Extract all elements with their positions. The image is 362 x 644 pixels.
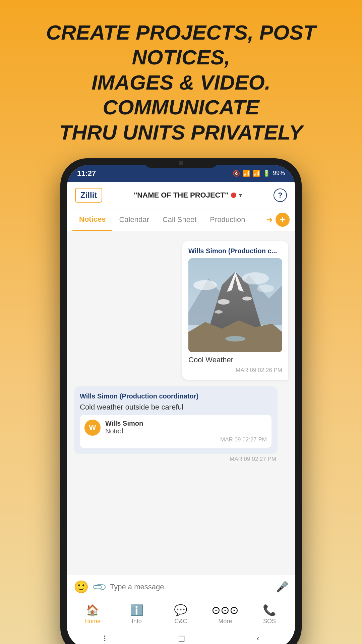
cc-icon: 💬 <box>174 604 187 616</box>
chat-area: Wills Simon (Production c... <box>67 231 295 575</box>
phone-screen: 11:27 🔇 📶 📶 🔋 99% Zillit "NAME OF THE PR… <box>67 165 295 644</box>
message-bubble-left: Wills Simon (Production coordinator) Col… <box>74 386 278 454</box>
headline-line2: IMAGES & VIDEO. COMMUNICATE <box>92 71 270 119</box>
tab-calendar[interactable]: Calendar <box>112 209 156 230</box>
svg-point-6 <box>215 310 223 314</box>
reply-text: Noted <box>105 427 267 435</box>
svg-point-11 <box>193 280 217 290</box>
signal-icon: 📶 <box>253 170 260 177</box>
headline: CREATE PROJECTS, POST NOTICES, IMAGES & … <box>0 0 362 158</box>
headline-line3: THRU UNITS PRIVATELY <box>59 121 303 144</box>
headline-line1: CREATE PROJECTS, POST NOTICES, <box>46 21 316 69</box>
sos-icon: 📞 <box>263 604 276 616</box>
emoji-button[interactable]: 🙂 <box>74 580 89 594</box>
battery-pct: 99% <box>273 170 285 177</box>
status-time: 11:27 <box>77 169 96 178</box>
message-sender: Wills Simon (Production c... <box>188 247 282 255</box>
reply-time: MAR 09 02:27 PM <box>105 436 267 443</box>
phone-notch <box>144 158 218 168</box>
status-icons: 🔇 📶 📶 🔋 99% <box>233 170 285 177</box>
nav-home[interactable]: 🏠 Home <box>79 604 106 625</box>
message-image <box>188 258 282 352</box>
more-icon: ⊙⊙⊙ <box>212 604 239 616</box>
android-nav-bar: ⫶ ◻ ‹ <box>67 628 295 644</box>
project-name-area[interactable]: "NAME OF THE PROJECT" ▾ <box>102 191 274 200</box>
dropdown-arrow-icon[interactable]: ▾ <box>239 192 242 199</box>
reply-content: Wills Simon Noted MAR 09 02:27 PM <box>105 420 267 443</box>
nav-tabs: Notices Calendar Call Sheet Production ➜… <box>67 209 295 231</box>
reply-bubble: W Wills Simon Noted MAR 09 02:27 PM <box>80 415 272 448</box>
android-menu-button[interactable]: ⫶ <box>103 633 107 643</box>
help-button[interactable]: ? <box>274 189 287 202</box>
project-name: "NAME OF THE PROJECT" <box>134 191 228 200</box>
phone-frame: 11:27 🔇 📶 📶 🔋 99% Zillit "NAME OF THE PR… <box>60 158 302 644</box>
message-input-bar: 🙂 📎 🎤 <box>67 575 295 599</box>
nav-cc-label: C&C <box>174 618 187 625</box>
nav-sos[interactable]: 📞 SOS <box>256 604 283 625</box>
svg-point-13 <box>257 284 274 292</box>
tab-production[interactable]: Production <box>203 209 252 230</box>
message-time: MAR 09 02:26 PM <box>188 367 282 374</box>
attach-button[interactable]: 📎 <box>91 579 107 595</box>
mute-icon: 🔇 <box>233 170 240 177</box>
app-logo: Zillit <box>75 188 102 203</box>
android-home-button[interactable]: ◻ <box>178 633 185 643</box>
reply-sender: Wills Simon <box>105 420 267 427</box>
tab-notices[interactable]: Notices <box>72 209 112 231</box>
app-header: Zillit "NAME OF THE PROJECT" ▾ ? <box>67 182 295 209</box>
add-tab-button[interactable]: + <box>276 213 290 227</box>
svg-point-5 <box>242 297 252 301</box>
svg-point-4 <box>218 299 230 305</box>
nav-more-label: More <box>218 618 232 625</box>
battery-icon: 🔋 <box>263 170 270 177</box>
nav-cc[interactable]: 💬 C&C <box>167 604 194 625</box>
tabs-arrow-icon[interactable]: ➜ <box>266 215 273 224</box>
notification-dot <box>231 193 236 198</box>
message-sender-left: Wills Simon (Production coordinator) <box>80 392 272 400</box>
reply-avatar: W <box>84 420 101 436</box>
message-text: Cold weather outside be careful <box>80 403 272 412</box>
wifi-icon: 📶 <box>243 170 250 177</box>
nav-info-label: Info <box>132 618 142 625</box>
message-bubble-right: Wills Simon (Production c... <box>182 241 288 380</box>
nav-more[interactable]: ⊙⊙⊙ More <box>212 604 239 625</box>
message-2: Wills Simon (Production coordinator) Col… <box>74 386 278 463</box>
info-icon: ℹ️ <box>130 604 143 616</box>
tab-call-sheet[interactable]: Call Sheet <box>156 209 203 230</box>
message-outer-time: MAR 09 02:27 PM <box>74 456 278 463</box>
nav-home-label: Home <box>84 618 101 625</box>
nav-info[interactable]: ℹ️ Info <box>123 604 150 625</box>
bottom-nav: 🏠 Home ℹ️ Info 💬 C&C ⊙⊙⊙ More 📞 SOS <box>67 599 295 628</box>
nav-sos-label: SOS <box>263 618 276 625</box>
camera-dot <box>179 161 183 165</box>
svg-point-12 <box>242 272 269 284</box>
home-icon: 🏠 <box>86 604 99 616</box>
message-input[interactable] <box>110 583 271 591</box>
mic-button[interactable]: 🎤 <box>276 581 288 593</box>
svg-point-10 <box>225 336 245 341</box>
message-1: Wills Simon (Production c... <box>182 241 288 380</box>
android-back-button[interactable]: ‹ <box>256 633 259 643</box>
message-caption: Cool Weather <box>188 356 282 364</box>
